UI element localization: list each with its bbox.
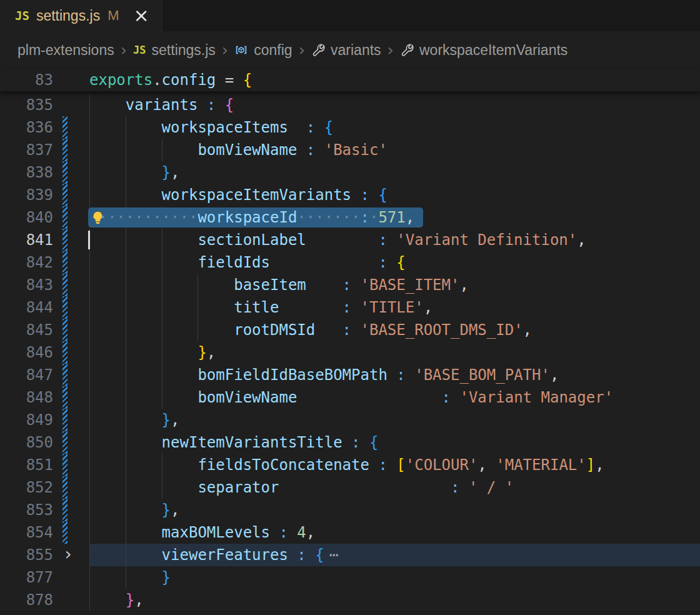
line-number: 848 [0,386,53,409]
code-line-842[interactable]: 842 fieldIds : { [0,251,700,274]
code-line-855[interactable]: 855› viewerFeatures : {⋯ [0,544,700,566]
code-line-content[interactable]: ············workspaceId·······:·571, [89,206,700,229]
code-line-content[interactable]: variants : { [89,94,700,116]
code-line-content[interactable]: bomFieldIdBaseBOMPath : 'BASE_BOM_PATH', [89,364,700,386]
token-p: , [171,501,179,519]
code-line-content[interactable]: bomViewName : 'Variant Manager' [89,386,700,409]
code-line-content[interactable]: title : 'TITLE', [89,296,700,319]
code-line-850[interactable]: 850 newItemVariantsTitle : { [0,431,700,454]
code-line-851[interactable]: 851 fieldsToConcatenate : ['COLOUR', 'MA… [0,454,700,476]
modified-lines-indicator [62,229,68,251]
code-line-838[interactable]: 838 }, [0,161,700,184]
breadcrumb-item-workspaceItemVariants[interactable]: workspaceItemVariants [400,42,568,59]
token-id: sectionLabel [198,231,306,249]
indent-guide [126,319,126,341]
token-op: : [342,321,361,339]
gutter-decorations [53,229,89,251]
code-line-content[interactable]: workspaceItems : { [89,116,700,139]
token-op: : [351,186,378,204]
code-line-849[interactable]: 849 }, [0,409,700,431]
token-num: 4 [297,524,306,541]
close-icon[interactable]: × [133,6,149,25]
code-line-content[interactable]: }, [89,341,700,364]
code-line-content[interactable]: separator : ' / ' [89,476,700,499]
token-op: : [388,366,414,384]
code-line-853[interactable]: 853 }, [0,499,700,521]
code-line-877[interactable]: 877 } [0,566,700,589]
sticky-line-83[interactable]: 83exports.config = { [0,69,700,91]
code-line-848[interactable]: 848 bomViewName : 'Variant Manager' [0,386,700,409]
indent-guide [126,521,126,544]
tab-settings-js[interactable]: JS settings.js M × [0,0,162,31]
gutter-decorations [53,521,89,544]
breadcrumb-item-plm-extensions[interactable]: plm-extensions [18,42,114,59]
indent-guide [126,409,126,431]
token-b1: ] [586,456,595,474]
token-id: rootDMSId [234,321,315,339]
modified-lines-indicator [62,161,68,184]
gutter-decorations [53,139,89,161]
code-line-content[interactable]: maxBOMLevels : 4, [89,521,700,544]
code-line-854[interactable]: 854 maxBOMLevels : 4, [0,521,700,544]
lightbulb-code-action-icon[interactable] [90,209,106,232]
code-line-845[interactable]: 845 rootDMSId : 'BASE_ROOT_DMS_ID', [0,319,700,341]
gutter-decorations [53,589,89,611]
gutter: 839 [0,184,89,206]
gutter: 848 [0,386,89,409]
code-line-content[interactable]: exports.config = { [89,69,700,91]
line-number: 838 [0,161,53,184]
code-line-878[interactable]: 878 }, [0,589,700,611]
line-number: 854 [0,521,53,544]
line-number: 855 [0,544,53,566]
modified-lines-indicator [62,499,68,521]
token-b3: } [162,501,171,519]
code-line-content[interactable]: rootDMSId : 'BASE_ROOT_DMS_ID', [89,319,700,341]
token-ws [89,231,198,249]
code-line-841[interactable]: 841 sectionLabel : 'Variant Definition', [0,229,700,251]
code-line-847[interactable]: 847 bomFieldIdBaseBOMPath : 'BASE_BOM_PA… [0,364,700,386]
code-line-content[interactable]: baseItem : 'BASE_ITEM', [89,274,700,296]
code-line-839[interactable]: 839 workspaceItemVariants : { [0,184,700,206]
gutter-decorations [53,161,89,184]
code-line-content[interactable]: bomViewName : 'Basic' [89,139,700,161]
code-line-843[interactable]: 843 baseItem : 'BASE_ITEM', [0,274,700,296]
token-p: , [478,456,496,474]
code-line-852[interactable]: 852 separator : ' / ' [0,476,700,499]
code-line-content[interactable]: }, [89,499,700,521]
code-editor[interactable]: 835 variants : {836 workspaceItems : {83… [0,91,700,611]
code-line-content[interactable]: viewerFeatures : {⋯ [89,544,700,566]
fold-chevron-icon[interactable]: › [56,544,81,564]
gutter-decorations [53,116,89,139]
token-p: , [459,276,468,294]
code-line-content[interactable]: workspaceItemVariants : { [89,184,700,206]
code-line-835[interactable]: 835 variants : { [0,94,700,116]
tab-filename: settings.js [36,8,100,24]
token-b2: } [126,591,134,609]
code-line-content[interactable]: fieldsToConcatenate : ['COLOUR', 'MATERI… [89,454,700,476]
gutter: 851 [0,454,89,476]
code-line-844[interactable]: 844 title : 'TITLE', [0,296,700,319]
line-number: 845 [0,319,53,341]
code-line-836[interactable]: 836 workspaceItems : { [0,116,700,139]
code-line-content[interactable]: }, [89,409,700,431]
token-op: : [198,96,224,114]
code-line-content[interactable]: }, [89,589,700,611]
token-p: , [577,231,586,249]
breadcrumb-item-variants[interactable]: variants [311,42,381,59]
code-line-content[interactable]: } [89,566,700,589]
token-op: : [442,389,460,406]
code-line-840[interactable]: 840············workspaceId·······:·571, [0,206,700,229]
code-line-content[interactable]: }, [89,161,700,184]
code-line-content[interactable]: sectionLabel : 'Variant Definition', [89,229,700,251]
folded-code-ellipsis[interactable]: ⋯ [329,546,339,564]
token-op: : [297,141,324,159]
indent-guide [89,364,90,386]
code-line-846[interactable]: 846 }, [0,341,700,364]
indent-guide [162,341,162,364]
code-line-content[interactable]: fieldIds : { [89,251,700,274]
modified-lines-indicator [62,386,68,409]
code-line-837[interactable]: 837 bomViewName : 'Basic' [0,139,700,161]
breadcrumb-item-config[interactable]: config [234,42,292,59]
breadcrumb-item-settings.js[interactable]: JSsettings.js [133,42,216,59]
code-line-content[interactable]: newItemVariantsTitle : { [89,431,700,454]
